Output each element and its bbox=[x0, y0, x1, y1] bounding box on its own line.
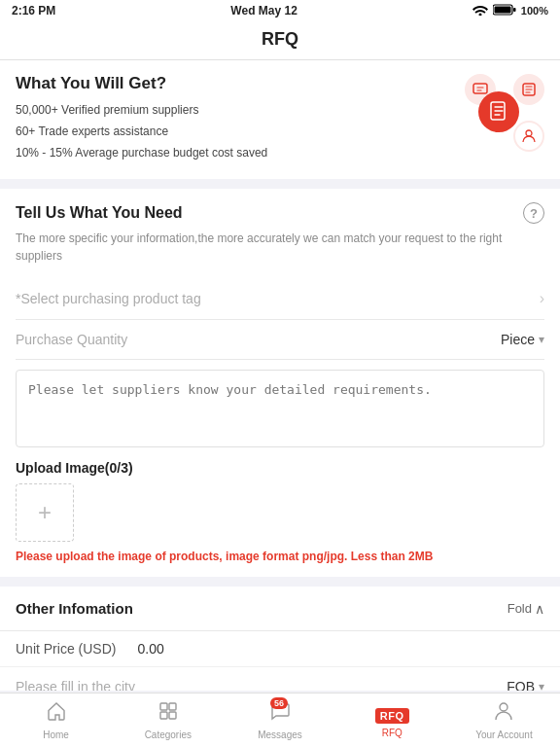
tab-messages-label: Messages bbox=[258, 729, 302, 740]
city-chevron: ▾ bbox=[539, 680, 544, 691]
upload-hint: Please upload the image of products, ima… bbox=[16, 550, 544, 563]
tab-rfq[interactable]: RFQ RFQ bbox=[336, 694, 448, 747]
form-section-header: Tell Us What You Need ? bbox=[16, 202, 544, 224]
battery-pct: 100% bbox=[521, 5, 548, 17]
other-info-section: Other Infomation Fold ∧ Unit Price (USD)… bbox=[0, 587, 560, 691]
form-section-title: Tell Us What You Need bbox=[16, 204, 183, 222]
main-content: What You Will Get? 50,000+ Verified prem… bbox=[0, 60, 560, 691]
tab-messages[interactable]: 56 Messages bbox=[224, 694, 335, 747]
tab-account-label: Your Account bbox=[475, 729, 533, 740]
upload-hint-text: Please upload the image of products, ima… bbox=[16, 550, 351, 563]
help-icon[interactable]: ? bbox=[523, 202, 544, 224]
status-right: 100% bbox=[472, 4, 548, 18]
requirements-textarea[interactable] bbox=[16, 370, 544, 447]
hero-icon-person bbox=[513, 121, 544, 152]
quantity-unit: Piece bbox=[501, 332, 535, 347]
status-date: Wed May 12 bbox=[230, 4, 297, 18]
svg-rect-10 bbox=[169, 712, 176, 719]
quantity-label: Purchase Quantity bbox=[16, 332, 127, 347]
svg-point-6 bbox=[526, 130, 532, 136]
unit-price-label: Unit Price (USD) bbox=[16, 641, 116, 657]
messages-badge: 56 bbox=[270, 697, 288, 709]
battery-icon bbox=[493, 4, 516, 18]
svg-rect-7 bbox=[160, 703, 167, 710]
hero-bullet-2: 60+ Trade experts assistance bbox=[16, 123, 267, 140]
other-info-header: Other Infomation Fold ∧ bbox=[0, 587, 560, 631]
quantity-row[interactable]: Purchase Quantity Piece ▾ bbox=[16, 320, 544, 360]
svg-rect-9 bbox=[160, 712, 167, 719]
tab-home-label: Home bbox=[43, 729, 69, 740]
status-bar: 2:16 PM Wed May 12 100% bbox=[0, 0, 560, 21]
tab-categories-label: Categories bbox=[145, 729, 192, 740]
hero-title: What You Will Get? bbox=[16, 74, 267, 93]
svg-rect-2 bbox=[494, 6, 510, 13]
hero-icon-document bbox=[478, 91, 519, 132]
other-info-title: Other Infomation bbox=[16, 600, 133, 617]
home-icon bbox=[46, 700, 67, 727]
product-tag-row[interactable]: *Select purchasing product tag › bbox=[16, 278, 544, 320]
city-row[interactable]: Please fill in the city FOB ▾ bbox=[0, 667, 560, 691]
upload-section: Upload Image(0/3) + Please upload the im… bbox=[16, 460, 544, 563]
hero-bullet-3: 10% - 15% Average purchase budget cost s… bbox=[16, 144, 267, 161]
categories-icon bbox=[158, 700, 179, 727]
fold-button[interactable]: Fold ∧ bbox=[508, 601, 544, 617]
svg-rect-3 bbox=[473, 84, 487, 93]
svg-rect-8 bbox=[169, 703, 176, 710]
nav-bar: RFQ bbox=[0, 21, 560, 60]
city-fob: FOB bbox=[507, 679, 535, 691]
tab-home[interactable]: Home bbox=[0, 694, 112, 747]
svg-rect-1 bbox=[513, 8, 516, 12]
tab-categories[interactable]: Categories bbox=[112, 694, 224, 747]
upload-hint-size: Less than 2MB bbox=[351, 550, 434, 563]
quantity-value: Piece ▾ bbox=[501, 332, 544, 347]
tab-rfq-label: RFQ bbox=[382, 728, 402, 738]
product-tag-chevron: › bbox=[540, 290, 544, 307]
product-tag-placeholder: *Select purchasing product tag bbox=[16, 291, 201, 306]
svg-point-11 bbox=[500, 703, 508, 711]
page-title: RFQ bbox=[262, 29, 298, 49]
quantity-chevron: ▾ bbox=[539, 333, 544, 346]
tab-bar: Home Categories 56 Messages RFQ RFQ bbox=[0, 693, 560, 747]
status-time: 2:16 PM bbox=[12, 4, 55, 18]
fold-label: Fold bbox=[508, 601, 532, 616]
hero-text: What You Will Get? 50,000+ Verified prem… bbox=[16, 74, 267, 165]
hero-section: What You Will Get? 50,000+ Verified prem… bbox=[0, 60, 560, 179]
hero-bullet-1: 50,000+ Verified premium suppliers bbox=[16, 101, 267, 119]
form-section-subtitle: The more specific your information,the m… bbox=[16, 230, 544, 265]
hero-icon-list bbox=[513, 74, 544, 105]
upload-label: Upload Image(0/3) bbox=[16, 460, 544, 476]
form-section: Tell Us What You Need ? The more specifi… bbox=[0, 189, 560, 577]
rfq-icon: RFQ bbox=[375, 702, 409, 725]
upload-box[interactable]: + bbox=[16, 483, 74, 542]
unit-price-input[interactable] bbox=[137, 641, 215, 657]
unit-price-row: Unit Price (USD) bbox=[0, 631, 560, 667]
hero-icons bbox=[457, 74, 544, 152]
tab-account[interactable]: Your Account bbox=[448, 694, 560, 747]
fold-chevron: ∧ bbox=[535, 601, 544, 617]
city-value-fob: FOB ▾ bbox=[507, 679, 544, 691]
account-icon bbox=[493, 700, 514, 727]
wifi-icon bbox=[472, 4, 488, 18]
city-placeholder: Please fill in the city bbox=[16, 679, 135, 691]
